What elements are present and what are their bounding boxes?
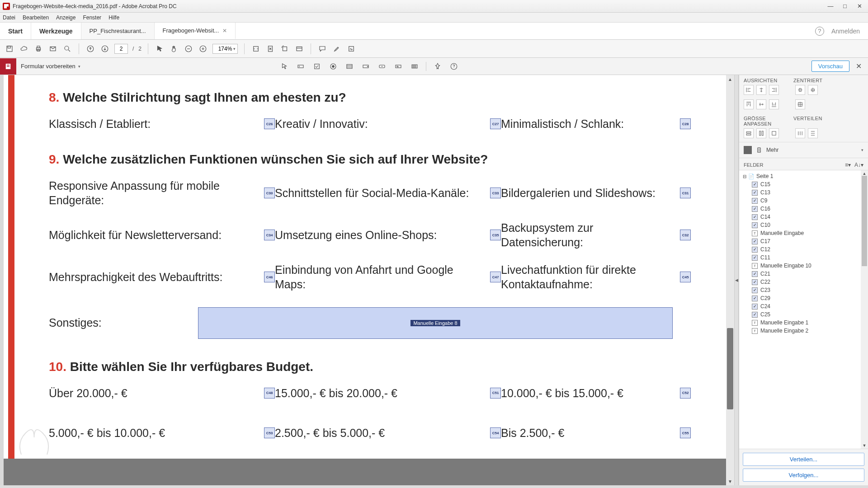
form-textfield-manuelle8[interactable]: Manuelle Eingabe 8 <box>198 307 673 339</box>
match-height-icon[interactable] <box>756 128 766 138</box>
signin-link[interactable]: Anmelden <box>831 28 860 35</box>
dropdown-tool-icon[interactable] <box>361 61 371 71</box>
mail-icon[interactable] <box>48 44 58 54</box>
distribute-button[interactable]: Verteilen... <box>743 453 864 466</box>
menu-anzeige[interactable]: Anzeige <box>56 14 75 21</box>
checkbox-tool-icon[interactable] <box>312 61 322 71</box>
tree-item[interactable]: Manuelle Eingabe 10 <box>739 262 868 270</box>
sort-icon[interactable]: ≡▾ <box>845 162 851 168</box>
tab-start[interactable]: Start <box>0 23 31 39</box>
maximize-button[interactable]: □ <box>842 3 848 9</box>
center-page-icon[interactable] <box>795 99 805 109</box>
scroll-thumb[interactable] <box>727 328 733 409</box>
tree-page-node[interactable]: ⊟ 📄 Seite 1 <box>739 172 868 180</box>
form-checkbox-c48[interactable]: C48 <box>264 388 275 399</box>
form-tool-icon[interactable] <box>0 58 16 75</box>
form-checkbox-c30[interactable]: C30 <box>264 188 275 198</box>
tree-item[interactable]: C22 <box>739 278 868 286</box>
form-checkbox-c27[interactable]: C27 <box>490 118 501 129</box>
hand-icon[interactable] <box>169 44 179 54</box>
tab-doc1[interactable]: PP_Fischrestaurant... <box>81 23 155 39</box>
zoom-out-icon[interactable] <box>184 44 193 54</box>
tab-tools[interactable]: Werkzeuge <box>31 23 81 39</box>
align-center-h-icon[interactable] <box>756 85 766 95</box>
menu-datei[interactable]: Datei <box>3 14 15 21</box>
form-mode-dropdown[interactable]: Formular vorbereiten <box>21 63 80 70</box>
fit-width-icon[interactable] <box>251 44 261 54</box>
search-icon[interactable] <box>62 44 72 54</box>
tree-item[interactable]: C9 <box>739 197 868 205</box>
form-checkbox-c31[interactable]: C31 <box>680 188 691 198</box>
tree-item[interactable]: C21 <box>739 270 868 278</box>
formbar-close-icon[interactable]: ✕ <box>854 62 863 70</box>
menu-bearbeiten[interactable]: Bearbeiten <box>23 14 49 21</box>
form-checkbox-c53[interactable]: C53 <box>264 427 275 438</box>
form-checkbox-c45[interactable]: C45 <box>680 272 691 282</box>
signature-tool-icon[interactable] <box>393 61 403 71</box>
sign-icon[interactable] <box>346 44 356 54</box>
form-help-icon[interactable] <box>449 61 459 71</box>
tree-item[interactable]: Manuelle Eingabe 1 <box>739 319 868 327</box>
form-checkbox-c26[interactable]: C26 <box>264 118 275 129</box>
textfield-tool-icon[interactable] <box>296 61 306 71</box>
center-h-icon[interactable] <box>795 85 805 95</box>
distribute-h-icon[interactable] <box>795 128 805 138</box>
tree-item[interactable]: C14 <box>739 213 868 221</box>
form-checkbox-c54[interactable]: C54 <box>490 427 501 438</box>
tree-scroll-down-icon[interactable]: ▼ <box>861 442 868 449</box>
help-icon[interactable]: ? <box>815 27 824 36</box>
tab-doc2[interactable]: Fragebogen-Websit... ✕ <box>155 23 236 39</box>
form-checkbox-c47[interactable]: C47 <box>490 272 501 282</box>
match-width-icon[interactable] <box>744 128 754 138</box>
align-top-icon[interactable] <box>744 99 754 109</box>
form-checkbox-c32[interactable]: C32 <box>680 230 691 240</box>
align-bottom-icon[interactable] <box>769 99 779 109</box>
tree-item[interactable]: Manuelle Eingabe 2 <box>739 327 868 335</box>
select-tool-icon[interactable] <box>279 61 289 71</box>
tree-item[interactable]: C23 <box>739 286 868 294</box>
form-checkbox-c51[interactable]: C51 <box>490 388 501 399</box>
minimize-button[interactable]: — <box>827 3 834 9</box>
scroll-down-icon[interactable]: ▼ <box>726 477 734 485</box>
tree-scroll-thumb[interactable] <box>862 176 867 266</box>
doc-scrollbar[interactable]: ▲ ▼ <box>726 75 734 485</box>
cloud-icon[interactable] <box>19 44 29 54</box>
cursor-icon[interactable] <box>155 44 165 54</box>
tree-item[interactable]: C16 <box>739 205 868 213</box>
tree-item[interactable]: C24 <box>739 302 868 310</box>
taborder-icon[interactable]: A↓▾ <box>854 162 863 168</box>
form-checkbox-c33[interactable]: C33 <box>490 188 501 198</box>
tree-item[interactable]: C13 <box>739 188 868 197</box>
tree-item[interactable]: Manuelle Eingabe <box>739 229 868 237</box>
form-checkbox-c52[interactable]: C52 <box>680 388 691 399</box>
align-right-icon[interactable] <box>769 85 779 95</box>
align-left-icon[interactable] <box>744 85 754 95</box>
page-up-icon[interactable] <box>85 44 95 54</box>
page-down-icon[interactable] <box>100 44 110 54</box>
menu-fenster[interactable]: Fenster <box>83 14 101 21</box>
zoom-dropdown[interactable]: 174% <box>212 44 238 54</box>
tab-doc2-close-icon[interactable]: ✕ <box>222 28 227 34</box>
more-dropdown[interactable]: Mehr ▾ <box>739 142 868 158</box>
menu-hilfe[interactable]: Hilfe <box>108 14 119 21</box>
tree-item[interactable]: C12 <box>739 245 868 253</box>
tree-item[interactable]: C11 <box>739 253 868 262</box>
tree-item[interactable]: C29 <box>739 294 868 302</box>
read-mode-icon[interactable] <box>294 44 304 54</box>
align-middle-icon[interactable] <box>756 99 766 109</box>
panel-expand-handle[interactable]: ◀ <box>734 75 739 485</box>
tree-scrollbar[interactable]: ▲ ▼ <box>861 170 868 449</box>
form-checkbox-c46[interactable]: C46 <box>264 272 275 282</box>
button-tool-icon[interactable] <box>377 61 387 71</box>
highlight-icon[interactable] <box>332 44 342 54</box>
tree-item[interactable]: C17 <box>739 237 868 245</box>
match-both-icon[interactable] <box>769 128 779 138</box>
rotate-icon[interactable] <box>280 44 290 54</box>
close-button[interactable]: ✕ <box>856 3 863 9</box>
tree-item[interactable]: C15 <box>739 180 868 188</box>
left-nav-sliver[interactable] <box>0 75 4 485</box>
track-button[interactable]: Verfolgen... <box>743 469 864 482</box>
zoom-in-icon[interactable] <box>198 44 208 54</box>
fit-page-icon[interactable] <box>265 44 275 54</box>
tree-item[interactable]: C25 <box>739 310 868 319</box>
